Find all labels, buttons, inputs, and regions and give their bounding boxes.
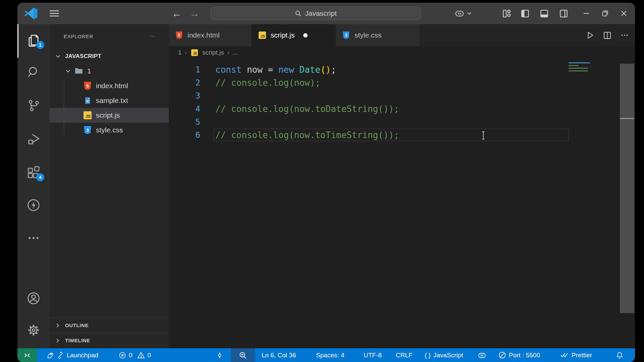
tab-script-js[interactable]: JS script.js bbox=[252, 24, 336, 46]
toggle-primary-sidebar-icon[interactable] bbox=[518, 3, 532, 24]
file-row-style-css[interactable]: 3 style.css bbox=[50, 123, 169, 137]
toggle-secondary-sidebar-icon[interactable] bbox=[556, 3, 571, 24]
toggle-panel-icon[interactable] bbox=[537, 3, 551, 24]
code-area[interactable]: 1const now = new Date();2// console.log(… bbox=[169, 59, 635, 348]
problems-item[interactable]: 0 0 bbox=[117, 348, 153, 362]
line-number: 5 bbox=[169, 117, 200, 127]
explorer-view-icon[interactable]: 1 bbox=[17, 27, 50, 53]
back-arrow-icon[interactable]: ← bbox=[170, 3, 183, 24]
html-file-icon: 5 bbox=[175, 31, 183, 40]
more-views-icon[interactable] bbox=[17, 225, 50, 251]
outline-label: OUTLINE bbox=[65, 322, 89, 328]
vscode-logo-icon bbox=[23, 6, 38, 21]
run-debug-view-icon[interactable] bbox=[17, 126, 50, 152]
file-row-script-js[interactable]: JS script.js bbox=[50, 108, 169, 123]
workspace-root-row[interactable]: JAVASCRIPT bbox=[50, 49, 169, 64]
language-mode-item[interactable]: { } JavaScript bbox=[423, 348, 465, 362]
file-row-index-html[interactable]: 5 index.html bbox=[50, 78, 169, 93]
launchpad-item[interactable]: Launchpad bbox=[44, 348, 100, 362]
minimap[interactable] bbox=[569, 62, 591, 73]
code-token: // console.log(now.toDateString()); bbox=[215, 104, 399, 114]
timeline-section[interactable]: TIMELINE bbox=[50, 333, 169, 348]
line-number: 3 bbox=[169, 91, 200, 101]
port-item[interactable]: Port : 5500 bbox=[496, 348, 542, 362]
minimize-button[interactable] bbox=[578, 3, 595, 24]
breadcrumb-folder[interactable]: 1 bbox=[178, 49, 182, 56]
live-server-view-icon[interactable] bbox=[17, 192, 50, 218]
code-line[interactable]: 6// console.log(now.toTimeString()); bbox=[169, 128, 635, 141]
close-button[interactable] bbox=[615, 3, 633, 24]
copilot-status-item[interactable] bbox=[476, 348, 488, 362]
file-name: style.css bbox=[96, 126, 123, 134]
tab-label: style.css bbox=[355, 31, 382, 39]
eol-item[interactable]: CRLF bbox=[394, 348, 415, 362]
tab-style-css[interactable]: 3 style.css bbox=[336, 24, 420, 46]
scrollbar-thumb[interactable] bbox=[620, 64, 634, 313]
notifications-item[interactable] bbox=[614, 348, 626, 362]
menu-icon[interactable] bbox=[48, 8, 60, 19]
braces-icon: { } bbox=[425, 352, 431, 359]
file-name: index.html bbox=[96, 82, 128, 90]
folder-open-icon bbox=[74, 67, 83, 75]
forward-arrow-icon[interactable]: → bbox=[188, 3, 201, 24]
activity-bar: 1 bbox=[17, 24, 50, 348]
chevron-down-icon[interactable] bbox=[464, 3, 474, 24]
extensions-view-icon[interactable]: 4 bbox=[17, 160, 50, 185]
file-row-sample-txt[interactable]: sample.txt bbox=[50, 93, 169, 108]
explorer-badge: 1 bbox=[36, 41, 44, 49]
minimap-line bbox=[569, 65, 579, 66]
encoding-item[interactable]: UTF-8 bbox=[362, 348, 384, 362]
warnings-icon bbox=[137, 351, 145, 359]
code-line[interactable]: 4// console.log(now.toDateString()); bbox=[169, 102, 635, 115]
cursor-position-item[interactable]: Ln 6, Col 36 bbox=[260, 348, 298, 362]
zoom-indicator[interactable] bbox=[231, 348, 255, 362]
screencast-icon bbox=[216, 352, 223, 359]
code-token: new bbox=[278, 65, 294, 75]
sidebar-header: EXPLORER ··· bbox=[50, 31, 169, 43]
line-number: 6 bbox=[169, 130, 200, 140]
remote-indicator[interactable] bbox=[17, 348, 37, 362]
copilot-icon bbox=[478, 351, 486, 360]
code-token: = bbox=[268, 65, 273, 75]
split-editor-icon[interactable] bbox=[603, 31, 611, 40]
source-control-view-icon[interactable] bbox=[17, 93, 50, 118]
minimap-line bbox=[569, 62, 590, 63]
tab-index-html[interactable]: 5 index.html bbox=[169, 24, 252, 46]
text-cursor-icon bbox=[481, 131, 486, 140]
account-icon[interactable] bbox=[17, 286, 50, 311]
folder-name: 1 bbox=[87, 67, 91, 75]
restore-button[interactable] bbox=[596, 3, 614, 24]
run-button[interactable] bbox=[586, 31, 594, 40]
zoom-in-icon bbox=[239, 351, 247, 359]
code-line[interactable]: 1const now = new Date(); bbox=[169, 63, 635, 76]
vertical-scrollbar[interactable] bbox=[620, 59, 634, 348]
more-actions-icon[interactable] bbox=[620, 31, 629, 40]
file-name: script.js bbox=[96, 111, 120, 119]
indentation-item[interactable]: Spaces: 4 bbox=[314, 348, 346, 362]
modified-dot-icon[interactable] bbox=[303, 33, 308, 38]
breadcrumb-file[interactable]: script.js bbox=[202, 49, 224, 56]
double-check-icon bbox=[560, 352, 569, 359]
code-token: ; bbox=[331, 65, 336, 75]
chevron-down-icon bbox=[64, 67, 72, 75]
line-number: 1 bbox=[169, 65, 200, 74]
outline-section[interactable]: OUTLINE bbox=[50, 318, 169, 333]
command-center-search[interactable]: Javascript bbox=[211, 7, 421, 20]
launchpad-label: Launchpad bbox=[67, 352, 98, 359]
breadcrumb-symbol[interactable]: ... bbox=[232, 49, 238, 56]
customize-layout-icon[interactable] bbox=[499, 3, 514, 24]
explorer-more-actions-icon[interactable]: ··· bbox=[146, 31, 159, 42]
code-token bbox=[294, 65, 300, 75]
chevron-right-icon: › bbox=[185, 49, 187, 56]
formatter-item[interactable]: Prettier bbox=[558, 348, 594, 362]
search-view-icon[interactable] bbox=[17, 59, 50, 85]
code-line[interactable]: 3 bbox=[169, 89, 635, 102]
folder-row[interactable]: 1 bbox=[50, 64, 169, 78]
code-token: // console.log(now); bbox=[215, 78, 320, 88]
settings-gear-icon[interactable] bbox=[17, 317, 50, 343]
css-file-icon: 3 bbox=[342, 31, 351, 40]
screencast-item[interactable] bbox=[214, 348, 225, 362]
code-line[interactable]: 2// console.log(now); bbox=[169, 76, 635, 89]
code-line[interactable]: 5 bbox=[169, 115, 635, 128]
errors-icon bbox=[119, 352, 126, 359]
